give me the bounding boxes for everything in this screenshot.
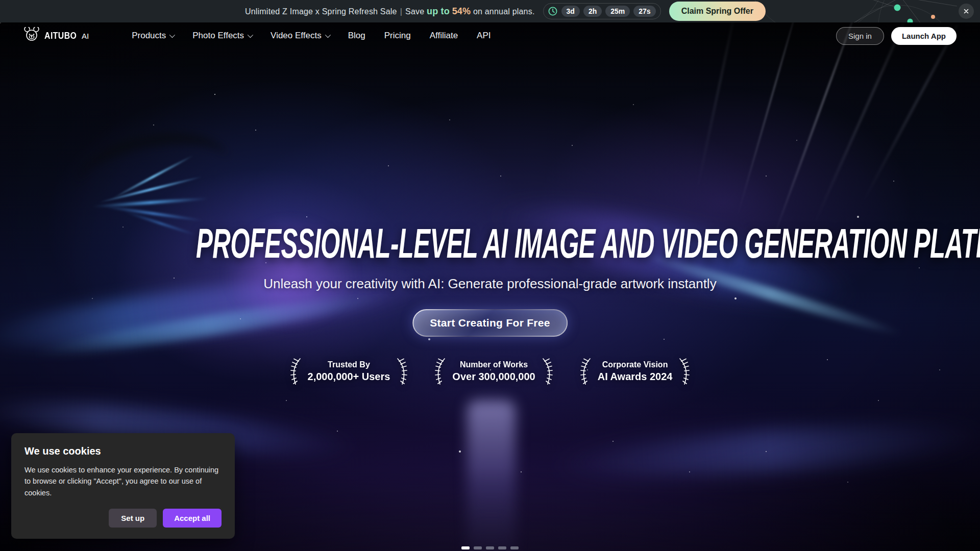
cookie-setup-button[interactable]: Set up: [109, 509, 157, 528]
bg-beam: [467, 400, 516, 551]
badge-text: Corporate Vision AI Awards 2024: [598, 360, 673, 383]
bg-hair-strand: [736, 22, 797, 217]
cookie-actions: Set up Accept all: [24, 509, 222, 528]
discount-value: 54%: [452, 6, 471, 16]
nav-actions: Sign in Launch App: [836, 27, 957, 45]
nav-photo-effects-label: Photo Effects: [192, 31, 244, 41]
hero-headline: PROFESSIONAL-LEVEL AI IMAGE AND VIDEO GE…: [196, 221, 784, 265]
nav-pricing[interactable]: Pricing: [384, 31, 411, 41]
nav-photo-effects[interactable]: Photo Effects: [192, 31, 252, 41]
carousel-dot-5[interactable]: [510, 546, 519, 549]
sign-in-button[interactable]: Sign in: [836, 27, 884, 45]
nav-products[interactable]: Products: [132, 31, 174, 41]
page: Unlimited Z Image x Spring Refresh Sale|…: [0, 0, 980, 551]
claim-offer-button[interactable]: Claim Spring Offer: [669, 2, 766, 21]
nav-blog-label: Blog: [348, 31, 365, 41]
laurel-right-icon: [677, 357, 691, 386]
trust-badge-works: Number of Works Over 300,000,000: [434, 357, 553, 386]
brand-suffix: AI: [82, 32, 89, 40]
sale-message: Unlimited Z Image x Spring Refresh Sale|…: [245, 6, 535, 17]
clock-icon: [548, 6, 558, 16]
carousel-dot-4[interactable]: [498, 546, 506, 549]
countdown-hours: 2h: [583, 6, 602, 17]
start-creating-button[interactable]: Start Creating For Free: [412, 309, 568, 337]
main-nav: AITUBO AI Products Photo Effects Video E…: [0, 22, 980, 49]
cookie-title: We use cookies: [24, 445, 222, 457]
carousel-dot-1[interactable]: [461, 546, 470, 549]
nav-menu: Products Photo Effects Video Effects Blo…: [132, 31, 491, 41]
nav-products-label: Products: [132, 31, 166, 41]
bg-eyelid: [71, 122, 235, 224]
laurel-right-icon: [541, 357, 554, 386]
badge-label: Trusted By: [308, 360, 390, 369]
badge-value: Over 300,000,000: [452, 371, 535, 383]
trust-badges: Trusted By 2,000,000+ Users Number of Wo…: [0, 357, 980, 386]
brand-name: AITUBO: [44, 31, 77, 41]
cookie-dialog: We use cookies We use cookies to enhance…: [11, 433, 235, 539]
countdown-seconds: 27s: [633, 6, 655, 17]
badge-label: Number of Works: [452, 360, 535, 369]
bg-ridge: [550, 415, 980, 487]
save-prefix: Save: [405, 7, 424, 16]
launch-app-button[interactable]: Launch App: [891, 27, 957, 45]
countdown-minutes: 25m: [605, 6, 630, 17]
bear-logo-icon: [23, 27, 40, 44]
nav-api[interactable]: API: [477, 31, 491, 41]
laurel-left-icon: [579, 357, 593, 386]
promo-banner: Unlimited Z Image x Spring Refresh Sale|…: [0, 0, 980, 22]
chevron-down-icon: [248, 32, 253, 38]
laurel-left-icon: [434, 357, 447, 386]
chevron-down-icon: [325, 32, 330, 38]
countdown-days: 3d: [561, 6, 580, 17]
carousel-dot-3[interactable]: [486, 546, 494, 549]
bg-hair-strand: [770, 22, 856, 245]
badge-label: Corporate Vision: [598, 360, 673, 369]
banner-content: Unlimited Z Image x Spring Refresh Sale|…: [245, 2, 766, 21]
separator: |: [400, 7, 402, 16]
bg-hair-strand: [861, 23, 959, 205]
cookie-body: We use cookies to enhance your experienc…: [24, 464, 222, 498]
carousel-dot-2[interactable]: [474, 546, 482, 549]
nav-affiliate[interactable]: Affiliate: [430, 31, 458, 41]
brand-logo[interactable]: AITUBO AI: [23, 27, 89, 44]
discount-highlight: up to: [427, 6, 450, 16]
badge-value: 2,000,000+ Users: [308, 371, 390, 383]
chevron-down-icon: [169, 32, 175, 38]
nav-video-effects[interactable]: Video Effects: [271, 31, 329, 41]
trust-badge-awards: Corporate Vision AI Awards 2024: [579, 357, 691, 386]
nav-affiliate-label: Affiliate: [430, 31, 458, 41]
badge-text: Trusted By 2,000,000+ Users: [308, 360, 390, 383]
laurel-left-icon: [289, 357, 303, 386]
bg-wave: [31, 288, 387, 363]
cookie-accept-button[interactable]: Accept all: [163, 509, 222, 528]
save-suffix: on annual plans.: [473, 7, 535, 16]
laurel-right-icon: [395, 357, 408, 386]
countdown-timer: 3d 2h 25m 27s: [543, 3, 661, 20]
bg-lash: [124, 211, 198, 236]
badge-value: AI Awards 2024: [598, 371, 673, 383]
close-icon[interactable]: [959, 4, 974, 19]
nav-pricing-label: Pricing: [384, 31, 411, 41]
trust-badge-users: Trusted By 2,000,000+ Users: [289, 357, 409, 386]
bg-wave: [0, 259, 440, 362]
badge-text: Number of Works Over 300,000,000: [452, 360, 535, 383]
hero-subtitle: Unleash your creativity with AI: Generat…: [0, 276, 980, 292]
nav-api-label: API: [477, 31, 491, 41]
nav-video-effects-label: Video Effects: [271, 31, 322, 41]
carousel-dots: [461, 546, 519, 549]
bg-hair-strand: [812, 22, 905, 228]
nav-blog[interactable]: Blog: [348, 31, 365, 41]
sale-message-text: Unlimited Z Image x Spring Refresh Sale: [245, 7, 397, 16]
